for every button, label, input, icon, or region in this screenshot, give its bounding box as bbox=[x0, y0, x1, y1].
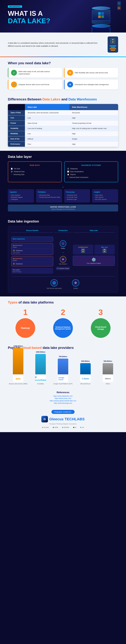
azure-value: 50$ Billion bbox=[81, 360, 90, 362]
type-item-hadoop: 1 Hadoop bbox=[16, 308, 35, 338]
when-item-self-service: ⚙ Offer flexibility with various self-se… bbox=[64, 68, 118, 78]
aws-name: Amazon web services (AWS) bbox=[9, 383, 28, 384]
table-cell-category: Cost bbox=[8, 115, 25, 120]
connectors-col: ⬡ Kafka → ⚙ Data Adapters ETI Ingestion … bbox=[54, 240, 72, 270]
def-line-3 bbox=[110, 48, 116, 49]
table-cell-category: Reliability bbox=[8, 131, 25, 136]
table-cell-warehouse: High bbox=[69, 131, 118, 136]
definition-text: A data lake is a centralized repository … bbox=[8, 42, 104, 48]
main-title: WHAT IS A DATA LAKE? bbox=[8, 10, 60, 25]
layer-item-connections: ✓ External Data Connections bbox=[67, 176, 115, 178]
data-adapters-label: Data Adapters bbox=[59, 263, 67, 265]
self-service-portal: 🌐 Self Service web portal bbox=[47, 279, 62, 289]
table-cell-lake: Difficult bbox=[25, 136, 69, 142]
def-line-4 bbox=[111, 50, 115, 50]
footer-nav: CLOUD DATA DIGITAL AI UX bbox=[8, 426, 118, 428]
table-row: Cost Low High bbox=[8, 115, 118, 120]
type-item-rdbms: 2 Relational Database Management System bbox=[53, 308, 73, 338]
stream-icon: 〰 bbox=[11, 174, 12, 176]
table-row: Performance Poor High bbox=[8, 142, 118, 147]
when-text-self-service: Offer flexibility with various self-serv… bbox=[75, 72, 108, 74]
processing-box-title: Processing bbox=[66, 191, 88, 193]
snowflake-bar bbox=[35, 354, 46, 374]
database-icon: 🗄️ bbox=[11, 171, 13, 172]
when-text-centralized: Centralized and cataloged data managemen… bbox=[75, 84, 109, 86]
datalake-header: Data Lake bbox=[73, 230, 115, 233]
ingestion-title: Data lake ingestion bbox=[8, 219, 118, 224]
portal-label: Self Service web portal bbox=[47, 288, 62, 289]
when-icon-check: ✓ bbox=[11, 70, 17, 76]
layer-item-viz: 📊 Data Visualizations bbox=[67, 171, 115, 172]
layer-item-file: 📄 File Data bbox=[11, 168, 59, 170]
events-label-2: Events bbox=[13, 260, 52, 261]
table-cell-category: Performance bbox=[8, 142, 25, 147]
filesystem-label: File system bbox=[13, 269, 52, 270]
table-cell-category: Types of Data bbox=[8, 110, 25, 115]
nav-dot-ux bbox=[80, 427, 81, 428]
connector-arrow-1: → bbox=[62, 251, 64, 254]
table-cell-lake: Low cost of scaling bbox=[25, 126, 69, 131]
type-circle-rdbms: Relational Database Management System bbox=[53, 318, 73, 338]
gcp-bar bbox=[58, 358, 68, 374]
when-item-integrate: 🔗 Integrate diverse data source and form… bbox=[8, 80, 62, 90]
databases-label-1: Databases bbox=[16, 250, 23, 251]
ref-link-2[interactable]: https://www.oracle.com/ bbox=[8, 398, 118, 399]
portal-icon: 🌐 bbox=[51, 279, 58, 286]
table-cell-lake: Low bbox=[25, 115, 69, 120]
data-adapters-icon: ⚙ bbox=[60, 256, 66, 262]
nav-dot-cloud bbox=[42, 427, 43, 428]
provider-azure: 50$ Billion ⬡ Azure Microsoft Azure bbox=[75, 360, 96, 384]
processing-box: Processing Analytical Tools AI and ML To… bbox=[64, 189, 90, 202]
ingestion-box: Ingestion Data Ingestion Metadata Taggin… bbox=[8, 189, 34, 202]
chart-icon: 📊 bbox=[67, 171, 69, 172]
layer-top-grid: RAW DATA 📄 File Data 🗄️ Relational Data … bbox=[8, 162, 118, 182]
table-cell-warehouse: Structured bbox=[69, 110, 118, 115]
references-title: References bbox=[8, 391, 118, 394]
azure-bar-container bbox=[75, 363, 96, 374]
insights-item-3: Non-SQL Queries bbox=[94, 198, 116, 200]
ingestion-tools: 🌐 Self Service web portal ⚙ GitOps bbox=[11, 276, 115, 289]
gleecus-logo-mark: G bbox=[41, 416, 48, 422]
events-label-1: Events bbox=[13, 246, 52, 248]
layer-arrow: ↓ bbox=[8, 185, 118, 188]
processing-item-1: Analytical Tools bbox=[66, 194, 88, 196]
nav-dot-ai bbox=[73, 427, 74, 428]
gcp-name: Google Cloud Platform (GCP) bbox=[53, 383, 73, 384]
ref-link-3[interactable]: https://assets-global.website-files.com bbox=[8, 400, 118, 402]
table-cell-lake: Structured, semi-structured, unstructure… bbox=[25, 110, 69, 115]
azure-logo: ⬡ Azure bbox=[80, 375, 91, 382]
differences-section: Data Lake Data Warehouse Types of Data S… bbox=[0, 103, 126, 151]
business-systems-title: BUSINESS SYSTEMS bbox=[67, 164, 115, 166]
differences-header: Differences Between Data Lakes and Data … bbox=[0, 93, 126, 103]
references-section: References https://www.databricks.com ht… bbox=[0, 388, 126, 407]
others-value: 50$ Billion bbox=[103, 360, 112, 362]
types-title: Types of data lake platforms bbox=[8, 300, 118, 304]
kafka-label: Kafka bbox=[61, 248, 65, 249]
distillation-box: Distillation Interpreting Data Transform… bbox=[36, 189, 62, 202]
insights-item-2: SQL Queries bbox=[94, 196, 116, 198]
insights-item-1: Data output bbox=[94, 194, 116, 196]
file-icon: 📄 bbox=[11, 168, 13, 170]
table-cell-warehouse: High cost of scaling due to added vendor… bbox=[69, 126, 118, 131]
ref-link-1[interactable]: https://www.databricks.com bbox=[8, 395, 118, 397]
cdc-events-label: CDC Events bbox=[13, 252, 52, 254]
eti-engine-label: ETI Ingestion Engine bbox=[57, 268, 69, 269]
landing-zone-title: Landing Zone bbox=[74, 246, 92, 248]
table-cell-category: Ease of Use bbox=[8, 136, 25, 142]
layer-section: Data lake layer RAW DATA 📄 File Data 🗄️ … bbox=[0, 151, 126, 216]
aws-logo: aws bbox=[13, 375, 23, 382]
unified-ops-layer: UNIFIED OPERATIONS LAYER System Manageme… bbox=[8, 204, 118, 212]
table-cell-category: Scalability bbox=[8, 126, 25, 131]
type-item-cloud: 3 Cloud-based storage bbox=[91, 308, 110, 338]
gcp-bar-container bbox=[53, 358, 73, 374]
when-icon-snowflake: ❄ bbox=[67, 82, 73, 88]
footer-nav-digital: DIGITAL bbox=[62, 426, 69, 428]
db-icon-small-2: 🗄 bbox=[13, 262, 15, 265]
layer-item-relational: 🗄️ Relational Data bbox=[11, 171, 59, 172]
layer-item-databases: 🗄️ Databases bbox=[67, 168, 115, 170]
ref-link-4[interactable]: https://www.benzinga.com bbox=[8, 402, 118, 404]
snowflake-name: Snowflake bbox=[37, 383, 44, 384]
insights-box: Insights Data output SQL Queries Non-SQL… bbox=[92, 189, 118, 202]
when-section-header: When you need data lake? bbox=[0, 57, 126, 66]
layer-bottom-grid: Ingestion Data Ingestion Metadata Taggin… bbox=[8, 189, 118, 202]
